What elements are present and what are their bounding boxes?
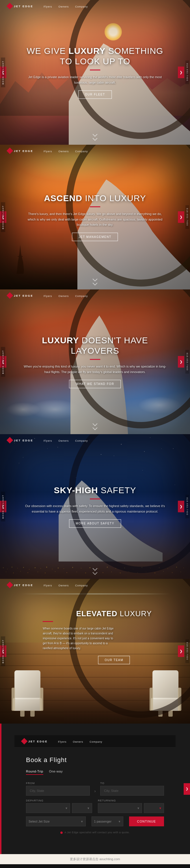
svg-rect-29 <box>115 568 116 569</box>
note-text: A Jet Edge specialist will contact you w… <box>64 831 130 834</box>
nav-owners-4[interactable]: Owners <box>58 439 69 442</box>
tab-one-way[interactable]: One-way <box>49 770 63 775</box>
slide-5-content: ELEVATED LUXURY When someone boards one … <box>43 609 185 664</box>
departing-date-input[interactable] <box>26 803 70 813</box>
svg-rect-52 <box>128 571 129 572</box>
svg-rect-20 <box>46 567 47 567</box>
nav-logo-4[interactable]: JET EDGE <box>7 438 33 442</box>
book-flight-label[interactable]: BOOK A FLIGHT <box>0 0 6 145</box>
slide-5-cta[interactable]: Our Team <box>98 656 130 664</box>
book-flight-label-3[interactable]: BOOK A FLIGHT <box>0 289 6 434</box>
jet-select[interactable]: Select Jet Size <box>26 816 86 826</box>
svg-rect-68 <box>40 688 43 711</box>
slide-1-cta[interactable]: Our Fleet <box>78 91 112 99</box>
svg-rect-13 <box>7 569 8 569</box>
nav-owners-3[interactable]: Owners <box>58 294 69 298</box>
nav-company-3[interactable]: Company <box>75 294 88 298</box>
book-flight-label-5[interactable]: BOOK A FLIGHT <box>0 579 6 723</box>
nav-flyers[interactable]: Flyers <box>44 5 52 8</box>
slide-4-cta[interactable]: More About Safety <box>69 520 121 528</box>
passenger-group: 1 passenger ▼ <box>91 816 123 826</box>
headline-rest-2: INTO LUXURY <box>82 193 146 203</box>
booking-nav-company[interactable]: Company <box>89 740 102 743</box>
book-flight-label-4[interactable]: BOOK A FLIGHT <box>0 434 6 579</box>
nav-flyers-2[interactable]: Flyers <box>44 150 52 153</box>
svg-rect-37 <box>183 567 184 568</box>
booking-nav-flyers[interactable]: Flyers <box>58 740 66 743</box>
watermark-text: 更多设计资源请点击 aouchting.com <box>70 857 120 861</box>
next-arrow-4[interactable] <box>178 501 184 512</box>
date-arrow: ▼ <box>65 807 68 810</box>
headline-bold-4: SKY-HIGH <box>54 485 98 495</box>
nav-logo-5[interactable]: JET EDGE <box>7 583 33 587</box>
jet-group: Select Jet Size ▼ <box>26 816 86 826</box>
svg-rect-43 <box>45 572 46 574</box>
continue-button[interactable]: Continue <box>129 816 164 826</box>
scroll-chevrons-2 <box>93 277 97 285</box>
logo-icon-3 <box>7 292 13 299</box>
decorative-line-5 <box>43 621 53 622</box>
svg-rect-46 <box>77 571 77 572</box>
booking-right-arrow[interactable]: ❯ <box>184 783 190 795</box>
slide-3-cta[interactable]: What We Stand For <box>69 380 121 389</box>
slide-2-cta[interactable]: Jet Management <box>72 233 118 241</box>
nav-logo-2[interactable]: JET EDGE <box>7 149 33 153</box>
svg-rect-58 <box>181 571 181 572</box>
booking-nav-owners[interactable]: Owners <box>73 740 83 743</box>
nav-logo[interactable]: JET EDGE <box>7 4 33 8</box>
svg-rect-34 <box>159 567 160 568</box>
booking-tabs: Round-Trip One-way <box>26 770 164 775</box>
time-arrow: ▼ <box>87 807 90 810</box>
book-flight-label-2[interactable]: BOOK A FLIGHT <box>0 145 6 289</box>
nav-company[interactable]: Company <box>75 5 88 8</box>
jet-select-wrap: Select Jet Size ▼ <box>26 816 86 826</box>
to-group: To <box>100 782 164 796</box>
svg-rect-71 <box>152 670 179 699</box>
nav-owners-5[interactable]: Owners <box>58 584 69 587</box>
nav-links-5: Flyers Owners Company <box>44 582 88 588</box>
decorative-line-4 <box>90 498 100 499</box>
svg-rect-15 <box>17 568 18 568</box>
next-arrow[interactable] <box>178 67 184 78</box>
nav-owners-2[interactable]: Owners <box>58 150 69 153</box>
chevron-3b <box>93 426 98 430</box>
next-arrow-3[interactable] <box>178 356 184 368</box>
date-row: Departing ▼ 8 am ▼ Returning <box>26 799 164 813</box>
booking-form-container: Book a Flight Round-Trip One-way From › … <box>14 748 176 842</box>
nav-company-4[interactable]: Company <box>75 439 88 442</box>
nav-company-2[interactable]: Company <box>75 150 88 153</box>
nav-owners[interactable]: Owners <box>58 5 69 8</box>
booking-logo-icon <box>21 738 28 745</box>
tab-round-trip[interactable]: Round-Trip <box>26 770 43 775</box>
from-input[interactable] <box>26 786 90 796</box>
nav-flyers-4[interactable]: Flyers <box>44 439 52 442</box>
from-to-divider: › <box>93 789 97 793</box>
from-to-row: From › To <box>26 782 164 796</box>
svg-rect-17 <box>29 569 30 569</box>
to-input[interactable] <box>100 786 164 796</box>
slide-5-text: When someone boards one of our large cab… <box>43 626 118 651</box>
headline-bold-2: ASCEND <box>44 193 82 203</box>
svg-rect-32 <box>142 567 142 568</box>
booking-nav: JET EDGE Flyers Owners Company <box>14 735 176 748</box>
booking-nav-logo[interactable]: JET EDGE <box>22 739 48 744</box>
departing-date-wrap: ▼ <box>26 803 70 813</box>
nav-flyers-5[interactable]: Flyers <box>44 584 52 587</box>
ret-date-arrow: ▼ <box>137 807 140 810</box>
slide-2-text: There's luxury, and then there's Jet Edg… <box>24 211 166 227</box>
returning-date-input[interactable] <box>98 803 142 813</box>
headline-rest-3: DOESN'T HAVE LAYOVERS <box>71 336 148 355</box>
slide-5: JET EDGE Flyers Owners Company BOOK A FL… <box>0 579 190 723</box>
next-arrow-5[interactable] <box>178 645 184 657</box>
logo-icon-2 <box>7 148 13 154</box>
next-arrow-2[interactable] <box>178 211 184 223</box>
nav-logo-3[interactable]: JET EDGE <box>7 293 33 298</box>
svg-rect-66 <box>13 698 42 711</box>
nav-company-5[interactable]: Company <box>75 584 88 587</box>
decorative-line-2 <box>90 206 100 207</box>
decorative-line-3 <box>90 359 100 360</box>
nav-flyers-3[interactable]: Flyers <box>44 294 52 298</box>
slide-3-headline: LUXURY DOESN'T HAVE LAYOVERS <box>24 335 166 356</box>
logo-icon <box>7 3 13 9</box>
svg-rect-22 <box>58 567 59 568</box>
